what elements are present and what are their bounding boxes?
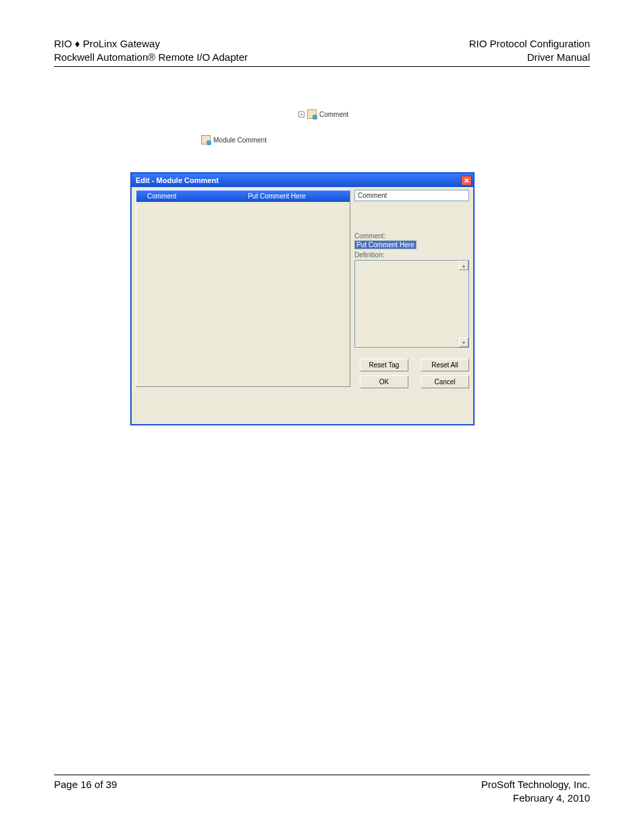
cancel-button[interactable]: Cancel	[421, 375, 469, 388]
reset-all-button[interactable]: Reset All	[421, 359, 469, 371]
scroll-up-icon[interactable]: ▴	[459, 261, 468, 270]
edit-module-comment-dialog: Edit - Module Comment ✕ Comment Put Comm…	[130, 172, 475, 425]
footer-page: Page 16 of 39	[54, 778, 117, 791]
reset-tag-button[interactable]: Reset Tag	[360, 359, 408, 371]
grid-col-value: Put Comment Here	[204, 190, 350, 202]
footer-date: February 4, 2010	[513, 791, 590, 805]
grid-header: Comment Put Comment Here	[136, 190, 350, 202]
grid-col-comment: Comment	[136, 190, 204, 202]
header-right-2: Driver Manual	[527, 51, 590, 64]
header-left-2: Rockwell Automation® Remote I/O Adapter	[54, 51, 248, 64]
header-left-1: RIO ♦ ProLinx Gateway	[54, 37, 160, 51]
tree-item-module-comment[interactable]: Module Comment	[201, 135, 267, 145]
expand-icon[interactable]: +	[298, 111, 304, 118]
footer-company: ProSoft Technology, Inc.	[481, 778, 590, 791]
page-footer: Page 16 of 39 ProSoft Technology, Inc. F…	[54, 775, 590, 806]
definition-textarea[interactable]: ▴ ▾	[354, 260, 469, 348]
dialog-title: Edit - Module Comment	[136, 176, 219, 184]
module-icon	[307, 109, 317, 119]
header-right-1: RIO Protocol Configuration	[469, 37, 590, 51]
comment-value[interactable]: Put Comment Here	[354, 240, 417, 249]
search-input[interactable]	[354, 190, 469, 201]
comment-label: Comment:	[354, 232, 469, 240]
scroll-down-icon[interactable]: ▾	[459, 338, 468, 347]
close-icon[interactable]: ✕	[461, 176, 472, 186]
grid-pane: Comment Put Comment Here	[136, 190, 350, 387]
tree-label: Comment	[319, 111, 348, 118]
tree-item-comment[interactable]: + Comment	[298, 109, 348, 119]
definition-label: Definition:	[354, 251, 469, 259]
tree-label: Module Comment	[213, 136, 267, 144]
dialog-titlebar: Edit - Module Comment ✕	[132, 174, 473, 187]
detail-pane: Comment: Put Comment Here Definition: ▴ …	[354, 190, 469, 388]
module-icon	[201, 135, 211, 145]
page-header: RIO ♦ ProLinx Gateway RIO Protocol Confi…	[54, 37, 590, 67]
ok-button[interactable]: OK	[360, 375, 408, 388]
